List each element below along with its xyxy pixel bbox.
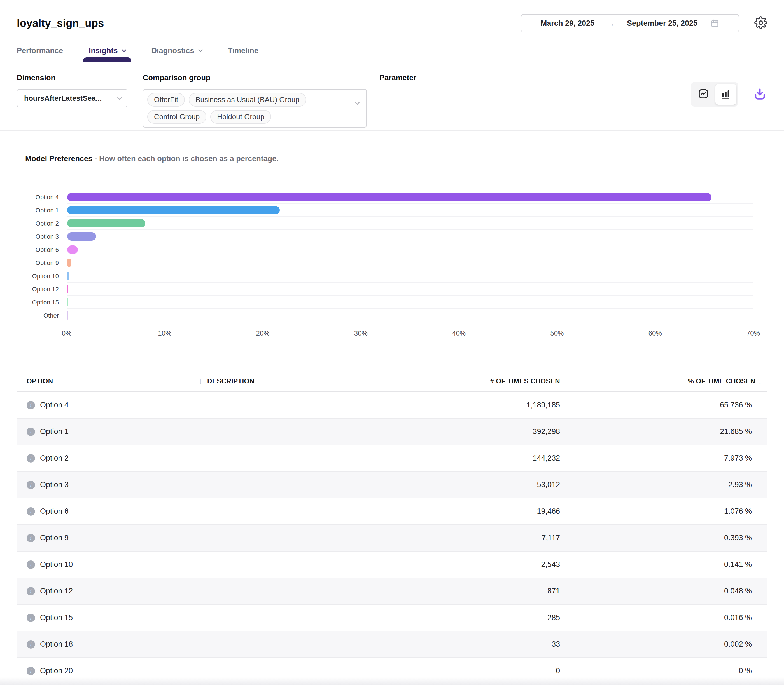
pct-time-chosen-cell: 21.685 % <box>560 427 767 436</box>
tab-diagnostics[interactable]: Diagnostics <box>151 47 202 62</box>
info-icon[interactable]: i <box>27 614 35 622</box>
calendar-icon <box>710 19 719 28</box>
option-cell: iOption 3 <box>17 480 207 489</box>
option-cell: iOption 10 <box>17 560 207 569</box>
tab-label: Performance <box>17 47 63 55</box>
date-range-end[interactable]: September 25, 2025 <box>627 19 698 28</box>
page-title: loyalty_sign_ups <box>17 17 104 29</box>
options-table: OPTION ↓ DESCRIPTION # OF TIMES CHOSEN %… <box>17 371 767 685</box>
option-name: Option 9 <box>40 534 68 542</box>
option-name: Option 20 <box>40 667 73 675</box>
pct-time-chosen-cell: 0.393 % <box>560 534 767 542</box>
top-right-controls: March 29, 2025 → September 25, 2025 <box>521 14 767 32</box>
comparison-chip[interactable]: Holdout Group <box>210 110 271 124</box>
chart-row: Option 2 <box>17 217 753 230</box>
dimension-select[interactable]: hoursAfterLatestSea... <box>17 89 127 107</box>
info-icon[interactable]: i <box>27 667 35 675</box>
chart-bar[interactable] <box>67 193 711 201</box>
column-header-description[interactable]: DESCRIPTION <box>207 377 369 385</box>
chart-type-toggle <box>691 82 738 107</box>
chart-bar[interactable] <box>67 219 145 227</box>
chart-bar[interactable] <box>67 272 68 280</box>
comparison-group-label: Comparison group <box>143 74 367 82</box>
chart-subtitle: - How often each option is chosen as a p… <box>94 154 278 163</box>
chart-bar[interactable] <box>67 232 96 241</box>
download-button[interactable] <box>753 86 767 102</box>
x-axis-tick: 10% <box>158 330 171 337</box>
dimension-select-value: hoursAfterLatestSea... <box>24 94 102 103</box>
option-cell: iOption 18 <box>17 640 207 649</box>
sort-descending-icon[interactable]: ↓ <box>199 377 203 386</box>
settings-button[interactable] <box>754 16 767 30</box>
column-header-times-chosen[interactable]: # OF TIMES CHOSEN <box>369 377 560 385</box>
date-range-start[interactable]: March 29, 2025 <box>541 19 594 28</box>
info-icon[interactable]: i <box>27 401 35 409</box>
chart-bar-track <box>67 191 753 204</box>
info-icon[interactable]: i <box>27 560 35 569</box>
info-icon[interactable]: i <box>27 481 35 489</box>
comparison-chip[interactable]: Business as Usual (BAU) Group <box>189 93 306 107</box>
bottom-edge-strip <box>0 677 784 685</box>
chart-x-axis: 0%10%20%30%40%50%60%70% <box>67 322 753 342</box>
times-chosen-cell: 285 <box>369 614 560 622</box>
tab-divider <box>7 62 784 62</box>
option-name: Option 4 <box>40 401 68 409</box>
info-icon[interactable]: i <box>27 428 35 436</box>
table-row: iOption 18330.002 % <box>17 631 767 658</box>
table-row: iOption 97,1170.393 % <box>17 525 767 552</box>
chart-category-label: Option 12 <box>17 282 67 296</box>
options-table-body: iOption 41,189,18565.736 %iOption 1392,2… <box>17 392 767 685</box>
option-name: Option 10 <box>40 560 73 569</box>
option-name: Option 1 <box>40 427 68 436</box>
pct-time-chosen-cell: 0.048 % <box>560 587 767 596</box>
pct-time-chosen-cell: 2.93 % <box>560 480 767 489</box>
info-icon[interactable]: i <box>27 507 35 516</box>
chevron-down-icon <box>122 47 126 52</box>
chart-bar-track <box>67 217 753 230</box>
chart-row: Option 10 <box>17 269 753 282</box>
tab-label: Timeline <box>228 47 259 55</box>
info-icon[interactable]: i <box>27 587 35 596</box>
times-chosen-cell: 1,189,185 <box>369 401 560 409</box>
line-chart-toggle-button[interactable] <box>693 84 714 105</box>
info-icon[interactable]: i <box>27 534 35 542</box>
chart-plot-rows: Option 4Option 1Option 2Option 3Option 6… <box>17 191 753 322</box>
chart-row: Option 6 <box>17 243 753 256</box>
chart-controls <box>691 82 767 107</box>
chart-bar[interactable] <box>67 258 71 267</box>
chart-category-label: Option 3 <box>17 230 67 243</box>
pct-time-chosen-cell: 0 % <box>560 667 767 675</box>
column-header-pct-chosen[interactable]: % OF TIME CHOSEN ↓ <box>560 377 767 386</box>
times-chosen-cell: 33 <box>369 640 560 649</box>
x-axis-tick: 0% <box>62 330 72 337</box>
info-icon[interactable]: i <box>27 640 35 649</box>
chart-bar[interactable] <box>67 311 68 320</box>
option-name: Option 12 <box>40 587 73 596</box>
date-range-picker[interactable]: March 29, 2025 → September 25, 2025 <box>521 14 739 32</box>
table-row: iOption 619,4661.076 % <box>17 498 767 525</box>
table-row: iOption 152850.016 % <box>17 605 767 631</box>
tab-insights[interactable]: Insights <box>89 47 126 62</box>
sort-descending-icon[interactable]: ↓ <box>758 377 762 386</box>
bar-chart-toggle-button[interactable] <box>716 84 736 105</box>
chart-bar[interactable] <box>67 285 68 293</box>
gear-icon <box>754 16 767 30</box>
tab-timeline[interactable]: Timeline <box>228 47 259 62</box>
tab-label: Insights <box>89 47 118 55</box>
chart-row: Option 15 <box>17 296 753 309</box>
x-axis-tick: 20% <box>256 330 270 337</box>
option-name: Option 2 <box>40 454 68 463</box>
chart-bar[interactable] <box>67 245 78 254</box>
chart-bar[interactable] <box>67 206 280 214</box>
comparison-group-select[interactable]: OfferFitBusiness as Usual (BAU) GroupCon… <box>143 89 367 128</box>
tab-bar: PerformanceInsightsDiagnosticsTimeline <box>17 47 767 62</box>
parameter-filter: Parameter <box>379 74 416 82</box>
chart-bar[interactable] <box>67 298 68 307</box>
table-row: iOption 128710.048 % <box>17 578 767 605</box>
tab-performance[interactable]: Performance <box>17 47 63 62</box>
comparison-chip-list: OfferFitBusiness as Usual (BAU) GroupCon… <box>147 93 350 124</box>
column-header-option[interactable]: OPTION ↓ <box>17 377 207 386</box>
info-icon[interactable]: i <box>27 454 35 463</box>
comparison-chip[interactable]: OfferFit <box>147 93 185 107</box>
comparison-chip[interactable]: Control Group <box>147 110 207 124</box>
